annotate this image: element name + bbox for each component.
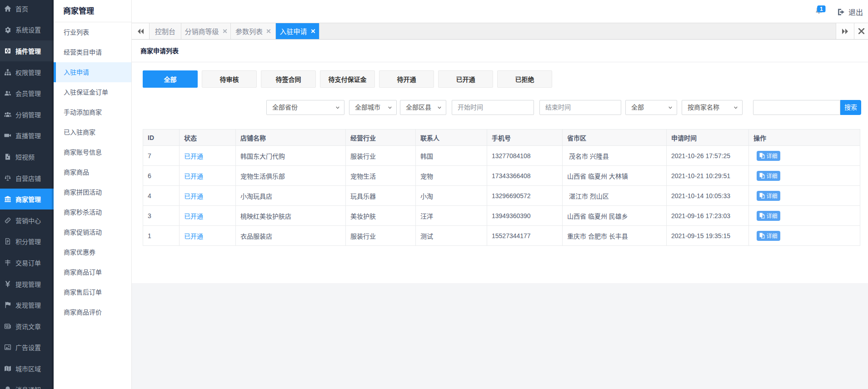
svg-text:1: 1 xyxy=(820,6,823,12)
